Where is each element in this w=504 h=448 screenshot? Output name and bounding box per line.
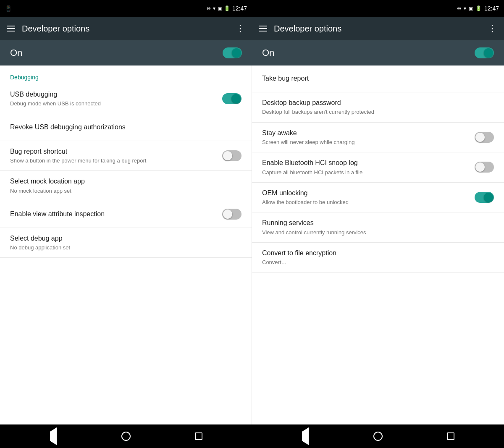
bluetooth-hci-snoop-toggle-thumb (475, 162, 485, 172)
bluetooth-hci-snoop-toggle[interactable] (475, 162, 494, 173)
toggle-thumb-right (484, 48, 493, 58)
status-time-left: 12:47 (232, 5, 247, 12)
usb-debugging-title: USB debugging (10, 90, 217, 99)
mock-location-text: Select mock location app No mock locatio… (10, 177, 242, 195)
usb-debugging-toggle[interactable] (222, 93, 242, 104)
usb-debugging-text: USB debugging Debug mode when USB is con… (10, 90, 222, 108)
desktop-backup-password-item[interactable]: Desktop backup password Desktop full bac… (252, 92, 504, 123)
stay-awake-subtitle: Screen will never sleep while charging (262, 139, 470, 146)
home-icon-right (373, 432, 383, 441)
developer-options-toggle-left[interactable] (223, 47, 242, 58)
content-area: Debugging USB debugging Debug mode when … (0, 65, 504, 424)
home-icon-left (121, 432, 131, 441)
oem-unlocking-subtitle: Allow the bootloader to be unlocked (262, 199, 470, 206)
back-button-right[interactable] (298, 429, 313, 444)
usb-debugging-item[interactable]: USB debugging Debug mode when USB is con… (0, 84, 252, 114)
recents-icon-right (447, 432, 454, 440)
select-debug-app-text: Select debug app No debug application se… (10, 234, 242, 252)
status-left-icons: 📱 (5, 5, 12, 12)
recents-button-left[interactable] (191, 429, 206, 444)
mock-location-subtitle: No mock location app set (10, 187, 236, 195)
view-attribute-inspection-title: Enable view attribute inspection (10, 210, 217, 219)
bug-report-shortcut-toggle[interactable] (222, 150, 242, 161)
running-services-item[interactable]: Running services View and control curren… (252, 212, 504, 243)
on-label-left: On (10, 47, 22, 58)
status-signal-icon: ▣ (218, 6, 222, 11)
oem-unlocking-toggle[interactable] (475, 192, 494, 203)
nav-bar-right (252, 424, 504, 448)
left-settings-list: Debugging USB debugging Debug mode when … (0, 65, 252, 258)
toolbar-row: Developer options ⋮ Developer options ⋮ (0, 17, 504, 40)
bug-report-shortcut-text: Bug report shortcut Show a button in the… (10, 147, 222, 165)
back-button-left[interactable] (46, 429, 61, 444)
status-signal-icon-r: ▣ (469, 6, 473, 11)
toolbar-left: Developer options ⋮ (0, 17, 252, 40)
status-time-right: 12:47 (484, 5, 499, 12)
oem-unlocking-toggle-thumb (484, 193, 493, 202)
developer-options-toggle-right[interactable] (475, 47, 494, 58)
home-button-right[interactable] (370, 429, 386, 444)
bluetooth-hci-snoop-title: Enable Bluetooth HCI snoop log (262, 158, 470, 168)
status-bar-right: ⊖ ▾ ▣ 🔋 12:47 (252, 0, 504, 17)
hamburger-menu-icon[interactable] (7, 26, 15, 31)
desktop-backup-password-title: Desktop backup password (262, 98, 489, 107)
status-battery-icon: 🔋 (224, 5, 230, 11)
revoke-usb-text: Revoke USB debugging authorizations (10, 123, 242, 132)
home-button-left[interactable] (118, 429, 134, 444)
right-settings-list: Take bug report Desktop backup password … (252, 65, 504, 272)
stay-awake-toggle-thumb (475, 133, 485, 142)
hamburger-menu-icon-right[interactable] (259, 26, 267, 31)
convert-file-encryption-item[interactable]: Convert to file encryption Convert… (252, 243, 504, 273)
toolbar-title-right: Developer options (274, 24, 481, 34)
status-wifi-icon: ▾ (213, 5, 215, 11)
bug-report-shortcut-toggle-thumb (223, 151, 232, 160)
left-panel: Debugging USB debugging Debug mode when … (0, 65, 252, 424)
revoke-usb-title: Revoke USB debugging authorizations (10, 123, 236, 132)
mock-location-title: Select mock location app (10, 177, 236, 186)
convert-file-encryption-subtitle: Convert… (262, 259, 489, 266)
recents-button-right[interactable] (443, 429, 458, 444)
stay-awake-toggle[interactable] (475, 132, 494, 143)
mock-location-item[interactable]: Select mock location app No mock locatio… (0, 171, 252, 201)
overflow-menu-icon-right[interactable]: ⋮ (488, 23, 497, 34)
view-attribute-inspection-toggle-thumb (223, 210, 232, 219)
debugging-section-header: Debugging (0, 65, 252, 84)
bug-report-shortcut-item[interactable]: Bug report shortcut Show a button in the… (0, 141, 252, 171)
status-battery-icon-r: 🔋 (475, 5, 482, 11)
overflow-menu-icon-left[interactable]: ⋮ (236, 23, 245, 34)
running-services-subtitle: View and control currently running servi… (262, 229, 489, 236)
select-debug-app-subtitle: No debug application set (10, 244, 236, 252)
take-bug-report-title: Take bug report (262, 74, 489, 83)
toolbar-right: Developer options ⋮ (252, 17, 504, 40)
back-icon-right (302, 432, 309, 441)
on-panel-right: On (252, 40, 504, 65)
convert-file-encryption-text: Convert to file encryption Convert… (262, 249, 494, 267)
running-services-title: Running services (262, 218, 489, 228)
oem-unlocking-item[interactable]: OEM unlocking Allow the bootloader to be… (252, 183, 504, 213)
recents-icon-left (195, 432, 202, 440)
running-services-text: Running services View and control curren… (262, 218, 494, 236)
status-do-not-disturb-icon: ⊖ (207, 5, 211, 11)
view-attribute-inspection-item[interactable]: Enable view attribute inspection (0, 201, 252, 228)
take-bug-report-text: Take bug report (262, 74, 494, 83)
oem-unlocking-text: OEM unlocking Allow the bootloader to be… (262, 189, 475, 207)
stay-awake-item[interactable]: Stay awake Screen will never sleep while… (252, 123, 504, 153)
select-debug-app-item[interactable]: Select debug app No debug application se… (0, 228, 252, 258)
phone-icon: 📱 (5, 5, 12, 12)
convert-file-encryption-title: Convert to file encryption (262, 249, 489, 258)
back-icon-left (50, 432, 57, 441)
bluetooth-hci-snoop-item[interactable]: Enable Bluetooth HCI snoop log Capture a… (252, 152, 504, 183)
desktop-backup-password-subtitle: Desktop full backups aren't currently pr… (262, 108, 489, 116)
toggle-thumb-left (232, 48, 241, 58)
nav-bar (0, 424, 504, 448)
oem-unlocking-title: OEM unlocking (262, 189, 470, 198)
bluetooth-hci-snoop-subtitle: Capture all bluetooth HCI packets in a f… (262, 169, 470, 176)
on-label-right: On (262, 47, 274, 58)
stay-awake-title: Stay awake (262, 128, 470, 138)
status-bar-left: 📱 ⊖ ▾ ▣ 🔋 12:47 (0, 0, 252, 17)
take-bug-report-item[interactable]: Take bug report (252, 65, 504, 92)
stay-awake-text: Stay awake Screen will never sleep while… (262, 128, 475, 147)
on-row: On On (0, 40, 504, 65)
view-attribute-inspection-toggle[interactable] (222, 209, 242, 220)
revoke-usb-item[interactable]: Revoke USB debugging authorizations (0, 114, 252, 141)
